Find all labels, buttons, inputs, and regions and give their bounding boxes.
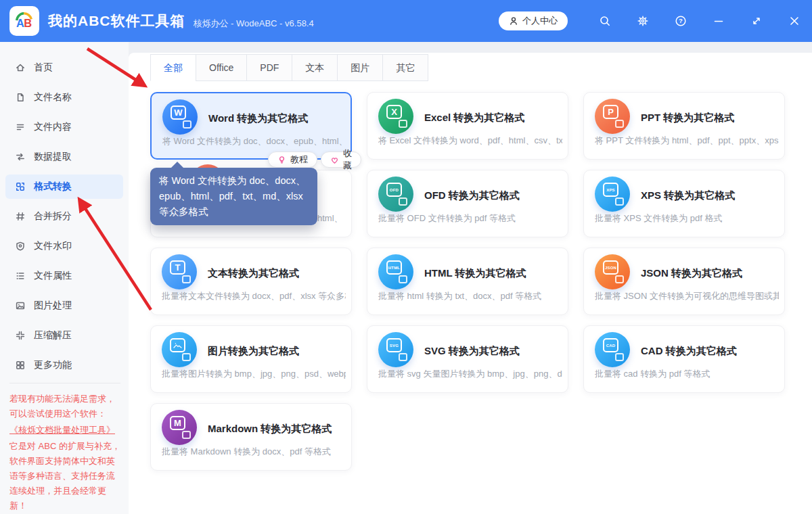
sidebar-item-compress[interactable]: 压缩解压	[5, 323, 123, 348]
icon-convert-badge	[399, 120, 407, 128]
sidebar-item-image-process[interactable]: 图片处理	[5, 294, 123, 318]
card-title: PPT 转换为其它格式	[641, 112, 734, 124]
card-title: XPS 转换为其它格式	[641, 189, 735, 202]
card-desc: 批量将文本文件转换为 docx、pdf、xlsx 等众多格式	[162, 290, 346, 302]
card-title: 图片转换为其它格式	[208, 345, 299, 358]
xps-icon: XPS	[595, 177, 630, 212]
tab-text[interactable]: 文本	[292, 54, 338, 81]
search-icon[interactable]	[599, 15, 611, 27]
tooltip-text: 将 Word 文件转换为 doc、docx、epub、html、pdf、txt、…	[159, 175, 305, 217]
card-desc: 将 PPT 文件转换为 html、pdf、ppt、pptx、xps 等格式	[595, 135, 779, 147]
icon-letter: SVG	[386, 338, 402, 352]
sidebar-item-format-convert[interactable]: 格式转换	[5, 174, 123, 199]
tab-other[interactable]: 其它	[382, 54, 428, 81]
resize-icon[interactable]	[750, 15, 763, 27]
icon-letter: HTML	[386, 260, 402, 275]
sidebar-item-label: 数据提取	[34, 151, 72, 163]
sidebar: 首页 文件名称 文件内容 数据提取 格式转换 合并拆分 文件水印 文件属性	[0, 42, 129, 514]
sidebar-item-label: 文件水印	[34, 240, 72, 252]
sidebar-item-label: 文件属性	[34, 270, 72, 282]
card-desc: 批量将 OFD 文件转换为 pdf 等格式	[378, 212, 562, 225]
convert-grid-icon	[15, 181, 26, 192]
home-icon	[15, 62, 26, 73]
sidebar-item-label: 压缩解压	[34, 329, 72, 342]
card-xps-convert[interactable]: XPS XPS 转换为其它格式 批量将 XPS 文件转换为 pdf 格式	[583, 170, 785, 237]
card-title: SVG 转换为其它格式	[424, 345, 520, 358]
tab-office[interactable]: Office	[196, 54, 247, 81]
sidebar-divider	[9, 383, 120, 383]
card-title: JSON 转换为其它格式	[641, 267, 742, 280]
settings-gear-icon[interactable]	[637, 15, 649, 27]
tab-all[interactable]: 全部	[150, 54, 196, 81]
card-excel-convert[interactable]: X Excel 转换为其它格式 将 Excel 文件转换为 word、pdf、h…	[367, 92, 568, 160]
sidebar-item-label: 首页	[34, 62, 53, 74]
close-icon[interactable]	[788, 15, 800, 27]
word-card-tooltip: 将 Word 文件转换为 doc、docx、epub、html、pdf、txt、…	[150, 168, 317, 225]
card-desc: 批量将图片转换为 bmp、jpg、png、psd、webp、gif 等格式	[162, 368, 346, 380]
sidebar-item-label: 更多功能	[34, 359, 72, 371]
help-icon[interactable]: ?	[675, 15, 687, 27]
compress-icon	[15, 330, 26, 341]
sidebar-item-home[interactable]: 首页	[5, 55, 123, 80]
favorite-button[interactable]: 收藏	[321, 151, 361, 168]
svg-icon: SVG	[378, 332, 413, 367]
heart-icon	[330, 156, 339, 164]
sidebar-item-file-name[interactable]: 文件名称	[5, 85, 123, 110]
sidebar-item-label: 格式转换	[34, 181, 72, 193]
icon-letter: X	[386, 105, 402, 119]
card-text-convert[interactable]: T 文本转换为其它格式 批量将文本文件转换为 docx、pdf、xlsx 等众多…	[150, 248, 352, 315]
cad-icon: CAD	[595, 332, 630, 367]
app-subtitle: 核烁办公 - WodeABC - v6.58.4	[194, 18, 314, 30]
list-lines-icon	[15, 122, 26, 133]
detail-list-icon	[15, 271, 26, 281]
card-desc: 将 Word 文件转换为 doc、docx、epub、html、pdf、txt、…	[162, 135, 346, 147]
icon-convert-badge	[399, 353, 407, 361]
app-title: 我的ABC软件工具箱	[48, 11, 185, 30]
sidebar-item-file-content[interactable]: 文件内容	[5, 115, 123, 139]
sidebar-item-label: 文件内容	[34, 121, 72, 133]
card-title: Excel 转换为其它格式	[424, 112, 524, 124]
tutorial-button[interactable]: 教程	[268, 151, 317, 168]
icon-letter: JSON	[603, 260, 618, 275]
file-icon	[15, 92, 26, 103]
card-desc: 批量将 cad 转换为 pdf 等格式	[595, 368, 779, 380]
card-title: HTML 转换为其它格式	[424, 267, 526, 280]
word-icon: W	[162, 99, 198, 135]
icon-letter: P	[603, 105, 618, 119]
card-cad-convert[interactable]: CAD CAD 转换为其它格式 批量将 cad 转换为 pdf 等格式	[583, 325, 785, 393]
card-title: 文本转换为其它格式	[208, 267, 299, 280]
person-icon	[509, 16, 518, 26]
account-center-button[interactable]: 个人中心	[499, 11, 568, 30]
tab-pdf[interactable]: PDF	[246, 54, 292, 81]
icon-convert-badge	[615, 197, 624, 206]
card-desc-fragment: html、	[317, 212, 343, 225]
sidebar-item-label: 合并拆分	[34, 210, 72, 223]
icon-letter: XPS	[603, 183, 618, 197]
sidebar-item-more[interactable]: 更多功能	[5, 353, 123, 377]
sidebar-item-merge-split[interactable]: 合并拆分	[5, 204, 123, 229]
sidebar-item-watermark[interactable]: 文件水印	[5, 234, 123, 258]
tab-image[interactable]: 图片	[337, 54, 383, 81]
card-json-convert[interactable]: JSON JSON 转换为其它格式 批量将 JSON 文件转换为可视化的思维导图…	[583, 248, 785, 315]
card-markdown-convert[interactable]: M Markdown 转换为其它格式 批量将 Markdown 转换为 docx…	[150, 403, 352, 471]
sidebar-item-file-attributes[interactable]: 文件属性	[5, 264, 123, 288]
card-ofd-convert[interactable]: OFD OFD 转换为其它格式 批量将 OFD 文件转换为 pdf 等格式	[367, 170, 568, 237]
card-desc: 批量将 html 转换为 txt、docx、pdf 等格式	[378, 290, 562, 302]
icon-letter: CAD	[603, 338, 618, 352]
card-html-convert[interactable]: HTML HTML 转换为其它格式 批量将 html 转换为 txt、docx、…	[367, 248, 568, 315]
card-image-convert[interactable]: 图片转换为其它格式 批量将图片转换为 bmp、jpg、png、psd、webp、…	[150, 325, 352, 393]
svg-text:A: A	[16, 17, 24, 29]
icon-letter: M	[170, 416, 185, 430]
card-svg-convert[interactable]: SVG SVG 转换为其它格式 批量将 svg 矢量图片转换为 bmp、jpg、…	[367, 325, 568, 393]
minimize-icon[interactable]	[713, 15, 725, 27]
sidebar-notice: 若现有功能无法满足需求，可以尝试使用这个软件： 《核烁文档批量处理工具》 它是对…	[0, 392, 129, 513]
notice-body: 它是对 ABC 的扩展与补充，软件界面支持简体中文和英语等多种语言、支持任务流连…	[9, 441, 120, 511]
sidebar-item-data-extract[interactable]: 数据提取	[5, 145, 123, 169]
tooltip-arrow	[171, 162, 184, 168]
svg-text:?: ?	[679, 17, 683, 24]
card-word-convert[interactable]: W Word 转换为其它格式 将 Word 文件转换为 doc、docx、epu…	[150, 92, 352, 160]
ppt-icon: P	[595, 99, 630, 134]
card-ppt-convert[interactable]: P PPT 转换为其它格式 将 PPT 文件转换为 html、pdf、ppt、p…	[583, 92, 785, 160]
notice-link[interactable]: 《核烁文档批量处理工具》	[9, 423, 115, 438]
icon-convert-badge	[615, 120, 624, 128]
